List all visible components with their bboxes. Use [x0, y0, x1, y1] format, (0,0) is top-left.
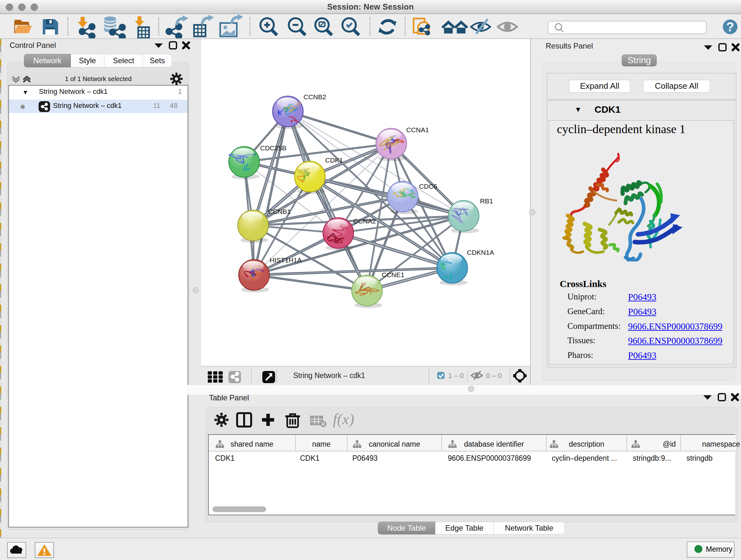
svg-text:CCNB2: CCNB2 [304, 93, 326, 101]
svg-text:f(x): f(x) [333, 411, 354, 428]
svg-text:CCNE1: CCNE1 [382, 271, 404, 278]
svg-text:?: ? [726, 20, 734, 34]
svg-text:CCNA2: CCNA2 [353, 217, 376, 225]
svg-text:CCNA1: CCNA1 [406, 126, 429, 133]
svg-text:CDC25B: CDC25B [260, 144, 286, 152]
svg-text:CDC6: CDC6 [419, 183, 437, 190]
svg-text:RB1: RB1 [480, 197, 493, 205]
svg-text:CDK1: CDK1 [325, 157, 343, 164]
svg-text:CDKN1A: CDKN1A [467, 249, 494, 256]
svg-text:CCNB1: CCNB1 [268, 208, 291, 215]
svg-text:HIST1H1A: HIST1H1A [270, 256, 301, 264]
